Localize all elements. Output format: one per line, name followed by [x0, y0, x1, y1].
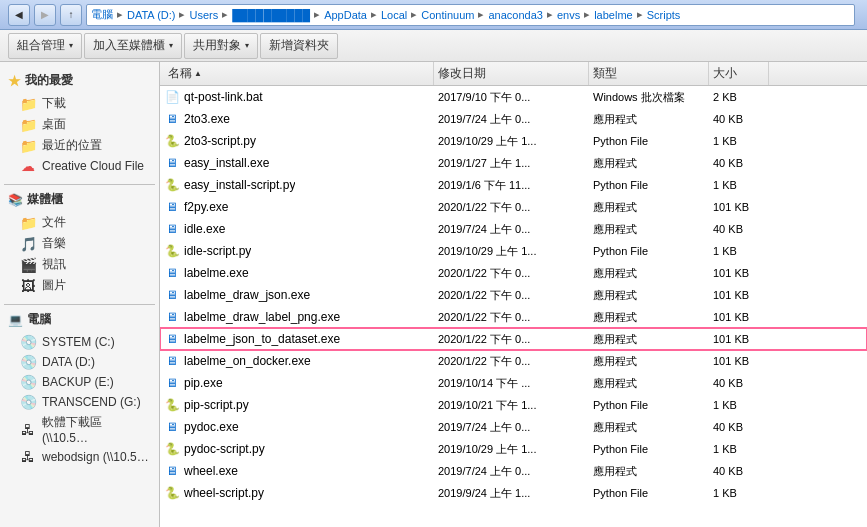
file-cell-date: 2019/1/6 下午 11... — [434, 178, 589, 193]
file-cell-size: 40 KB — [709, 465, 769, 477]
file-cell-name: 🐍 pydoc-script.py — [164, 441, 434, 457]
file-row[interactable]: 🐍 easy_install-script.py 2019/1/6 下午 11.… — [160, 174, 867, 196]
col-header-date[interactable]: 修改日期 — [434, 62, 589, 85]
organize-button[interactable]: 組合管理 ▾ — [8, 33, 82, 59]
drive-icon: 💿 — [20, 394, 36, 410]
sidebar-item-data-d[interactable]: 💿 DATA (D:) — [4, 352, 155, 372]
addr-anaconda[interactable]: anaconda3 — [488, 9, 542, 21]
file-row[interactable]: 🖥 idle.exe 2019/7/24 上午 0... 應用程式 40 KB — [160, 218, 867, 240]
addr-drive[interactable]: DATA (D:) — [127, 9, 175, 21]
file-row[interactable]: 🐍 wheel-script.py 2019/9/24 上午 1... Pyth… — [160, 482, 867, 504]
share-button[interactable]: 共用對象 ▾ — [184, 33, 258, 59]
file-cell-name: 🖥 wheel.exe — [164, 463, 434, 479]
sidebar-item-network1[interactable]: 🖧 軟體下載區 (\\10.5… — [4, 412, 155, 447]
add-to-library-button[interactable]: 加入至媒體櫃 ▾ — [84, 33, 182, 59]
file-name-text: pydoc-script.py — [184, 442, 265, 456]
col-header-type[interactable]: 類型 — [589, 62, 709, 85]
col-header-name[interactable]: 名稱 ▲ — [164, 62, 434, 85]
file-row[interactable]: 🖥 labelme_draw_json.exe 2020/1/22 下午 0..… — [160, 284, 867, 306]
file-row[interactable]: 🖥 f2py.exe 2020/1/22 下午 0... 應用程式 101 KB — [160, 196, 867, 218]
file-row[interactable]: 🖥 labelme.exe 2020/1/22 下午 0... 應用程式 101… — [160, 262, 867, 284]
file-type-icon: 🖥 — [164, 221, 180, 237]
picture-icon: 🖼 — [20, 278, 36, 294]
organize-label: 組合管理 — [17, 37, 65, 54]
file-cell-name: 🖥 easy_install.exe — [164, 155, 434, 171]
file-cell-type: 應用程式 — [589, 332, 709, 347]
file-row[interactable]: 📄 qt-post-link.bat 2017/9/10 下午 0... Win… — [160, 86, 867, 108]
addr-users[interactable]: Users — [189, 9, 218, 21]
addr-appdata[interactable]: AppData — [324, 9, 367, 21]
file-name-text: pip.exe — [184, 376, 223, 390]
file-row[interactable]: 🖥 labelme_json_to_dataset.exe 2020/1/22 … — [160, 328, 867, 350]
file-row[interactable]: 🐍 2to3-script.py 2019/10/29 上午 1... Pyth… — [160, 130, 867, 152]
file-cell-size: 2 KB — [709, 91, 769, 103]
sidebar-item-recent-label: 最近的位置 — [42, 137, 102, 154]
up-button[interactable]: ↑ — [60, 4, 82, 26]
sidebar-item-picture-label: 圖片 — [42, 277, 66, 294]
col-header-size[interactable]: 大小 — [709, 62, 769, 85]
sidebar-item-desktop[interactable]: 📁 桌面 — [4, 114, 155, 135]
file-row[interactable]: 🐍 idle-script.py 2019/10/29 上午 1... Pyth… — [160, 240, 867, 262]
file-name-text: f2py.exe — [184, 200, 228, 214]
addr-local[interactable]: Local — [381, 9, 407, 21]
favorites-label: 我的最愛 — [25, 72, 73, 89]
file-row[interactable]: 🖥 wheel.exe 2019/7/24 上午 0... 應用程式 40 KB — [160, 460, 867, 482]
file-cell-date: 2019/10/29 上午 1... — [434, 244, 589, 259]
sidebar-item-transcend-g[interactable]: 💿 TRANSCEND (G:) — [4, 392, 155, 412]
addr-continuum[interactable]: Continuum — [421, 9, 474, 21]
new-folder-button[interactable]: 新增資料夾 — [260, 33, 338, 59]
forward-button[interactable]: ▶ — [34, 4, 56, 26]
file-row[interactable]: 🖥 2to3.exe 2019/7/24 上午 0... 應用程式 40 KB — [160, 108, 867, 130]
sidebar-item-system-c[interactable]: 💿 SYSTEM (C:) — [4, 332, 155, 352]
file-row[interactable]: 🐍 pydoc-script.py 2019/10/29 上午 1... Pyt… — [160, 438, 867, 460]
file-row[interactable]: 🖥 pip.exe 2019/10/14 下午 ... 應用程式 40 KB — [160, 372, 867, 394]
file-cell-type: 應用程式 — [589, 222, 709, 237]
drive-icon: 💿 — [20, 354, 36, 370]
sidebar-item-creative-cloud[interactable]: ☁ Creative Cloud File — [4, 156, 155, 176]
file-row[interactable]: 🖥 pydoc.exe 2019/7/24 上午 0... 應用程式 40 KB — [160, 416, 867, 438]
file-cell-type: 應用程式 — [589, 156, 709, 171]
file-cell-name: 📄 qt-post-link.bat — [164, 89, 434, 105]
sidebar-item-download[interactable]: 📁 下載 — [4, 93, 155, 114]
addr-envs[interactable]: envs — [557, 9, 580, 21]
address-bar[interactable]: 電腦 ▸ DATA (D:) ▸ Users ▸ ██████████ ▸ Ap… — [86, 4, 855, 26]
file-cell-name: 🐍 idle-script.py — [164, 243, 434, 259]
file-cell-date: 2020/1/22 下午 0... — [434, 332, 589, 347]
sidebar-item-backup-e[interactable]: 💿 BACKUP (E:) — [4, 372, 155, 392]
sidebar-item-doc-label: 文件 — [42, 214, 66, 231]
sidebar-item-music[interactable]: 🎵 音樂 — [4, 233, 155, 254]
sidebar-item-recent[interactable]: 📁 最近的位置 — [4, 135, 155, 156]
sidebar: ★ 我的最愛 📁 下載 📁 桌面 📁 最近的位置 ☁ Creative Clou… — [0, 62, 160, 527]
file-cell-type: 應用程式 — [589, 310, 709, 325]
video-icon: 🎬 — [20, 257, 36, 273]
file-cell-size: 1 KB — [709, 179, 769, 191]
addr-labelme[interactable]: labelme — [594, 9, 633, 21]
column-headers: 名稱 ▲ 修改日期 類型 大小 — [160, 62, 867, 86]
file-cell-size: 101 KB — [709, 311, 769, 323]
file-row[interactable]: 🖥 easy_install.exe 2019/1/27 上午 1... 應用程… — [160, 152, 867, 174]
sidebar-item-pictures[interactable]: 🖼 圖片 — [4, 275, 155, 296]
file-row[interactable]: 🖥 labelme_draw_label_png.exe 2020/1/22 下… — [160, 306, 867, 328]
pc-icon: 💻 — [8, 313, 23, 327]
addr-computer[interactable]: 電腦 — [91, 7, 113, 22]
file-row[interactable]: 🖥 labelme_on_docker.exe 2020/1/22 下午 0..… — [160, 350, 867, 372]
sidebar-item-network2[interactable]: 🖧 webodsign (\\10.5… — [4, 447, 155, 467]
file-name-text: idle-script.py — [184, 244, 251, 258]
sidebar-item-documents[interactable]: 📁 文件 — [4, 212, 155, 233]
file-row[interactable]: 🐍 pip-script.py 2019/10/21 下午 1... Pytho… — [160, 394, 867, 416]
col-name-label: 名稱 — [168, 65, 192, 82]
back-button[interactable]: ◀ — [8, 4, 30, 26]
file-cell-date: 2019/1/27 上午 1... — [434, 156, 589, 171]
file-cell-type: 應用程式 — [589, 376, 709, 391]
file-name-text: wheel-script.py — [184, 486, 264, 500]
addr-user[interactable]: ██████████ — [232, 9, 310, 21]
media-header[interactable]: 📚 媒體櫃 — [4, 189, 155, 210]
favorites-section: ★ 我的最愛 📁 下載 📁 桌面 📁 最近的位置 ☁ Creative Clou… — [4, 70, 155, 176]
favorites-header[interactable]: ★ 我的最愛 — [4, 70, 155, 91]
file-cell-type: 應用程式 — [589, 266, 709, 281]
sidebar-item-videos[interactable]: 🎬 視訊 — [4, 254, 155, 275]
pc-header[interactable]: 💻 電腦 — [4, 309, 155, 330]
file-cell-name: 🖥 pip.exe — [164, 375, 434, 391]
addr-scripts[interactable]: Scripts — [647, 9, 681, 21]
sidebar-item-download-label: 下載 — [42, 95, 66, 112]
